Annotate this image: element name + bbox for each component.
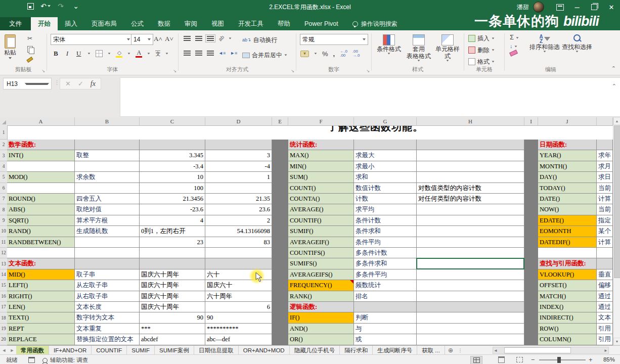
- cell-K10[interactable]: 某个: [597, 226, 613, 237]
- cell-F2[interactable]: 统计函数:: [288, 140, 354, 150]
- cell-B11[interactable]: [75, 237, 140, 248]
- cell-F5[interactable]: SUM(): [288, 172, 354, 183]
- cell-F17[interactable]: 逻辑函数:: [288, 302, 354, 312]
- insert-function-icon[interactable]: fx: [91, 80, 96, 88]
- percent-style-icon[interactable]: %: [322, 50, 328, 58]
- row-header-20[interactable]: 20: [0, 334, 8, 345]
- cell-C19[interactable]: ***: [140, 324, 205, 334]
- row-header-14[interactable]: 14: [0, 269, 8, 280]
- cell-F20[interactable]: OR(): [288, 334, 354, 345]
- cell-H12[interactable]: [417, 248, 524, 258]
- cell-F4[interactable]: MIN(): [288, 161, 354, 172]
- cell-A16[interactable]: RIGHT(): [7, 291, 75, 302]
- cell-K4[interactable]: 求月: [597, 161, 613, 172]
- column-header-J[interactable]: J: [538, 117, 597, 126]
- cell-F15[interactable]: FREQUENCY(): [288, 280, 354, 291]
- cell-G19[interactable]: 与: [354, 324, 417, 334]
- fill-color-icon[interactable]: ◇: [116, 50, 122, 58]
- cell-J6[interactable]: TODAY(): [538, 183, 597, 194]
- select-all-button[interactable]: [0, 117, 8, 126]
- align-top-icon[interactable]: [184, 36, 191, 41]
- increase-decimal-icon[interactable]: ←.0.00: [340, 50, 347, 58]
- cell-D13[interactable]: [205, 258, 272, 269]
- cell-D18[interactable]: 90: [205, 312, 272, 323]
- cell-K17[interactable]: 通过: [597, 302, 613, 312]
- paste-button[interactable]: 粘贴: [4, 34, 16, 59]
- cell-K9[interactable]: 指定: [597, 215, 613, 226]
- sheet-tab-生成间断序号[interactable]: 生成间断序号: [373, 346, 417, 355]
- cell-B14[interactable]: 取子串: [75, 269, 140, 280]
- cell-C12[interactable]: [140, 248, 205, 258]
- cell-F18[interactable]: IF(): [288, 312, 354, 323]
- format-as-table-button[interactable]: 套用 表格格式: [404, 34, 433, 62]
- shrink-font-icon[interactable]: A˅: [163, 35, 175, 43]
- align-right-icon[interactable]: [207, 51, 214, 56]
- vertical-scroll-thumb[interactable]: [614, 125, 620, 278]
- cell-G6[interactable]: 数值计数: [354, 183, 417, 194]
- minimize-icon[interactable]: ─: [568, 0, 586, 14]
- cell-F16[interactable]: RANK(): [288, 291, 354, 302]
- cell-C9[interactable]: 4: [140, 215, 205, 226]
- cell-F13[interactable]: SUMIFS(): [288, 258, 354, 269]
- zoom-level[interactable]: 85%: [603, 356, 615, 362]
- accounting-format-icon[interactable]: ¥: [300, 51, 309, 57]
- cell-A13[interactable]: 文本函数:: [7, 258, 75, 269]
- row-header-9[interactable]: 9: [0, 215, 8, 226]
- sheet-tab-OR+AND+MOD[interactable]: OR+AND+MOD: [239, 346, 290, 355]
- cell-J4[interactable]: MONTH(): [538, 161, 597, 172]
- cell-H18[interactable]: [417, 312, 524, 323]
- cell-K15[interactable]: 偏移: [597, 280, 613, 291]
- align-middle-icon[interactable]: [195, 36, 202, 41]
- cell-B12[interactable]: [75, 248, 140, 258]
- name-box[interactable]: H13: [3, 78, 52, 89]
- cell-A15[interactable]: LEFT(): [7, 280, 75, 291]
- cell-A2[interactable]: 数学函数:: [7, 140, 75, 150]
- font-size-select[interactable]: 14: [131, 34, 153, 45]
- cell-C11[interactable]: 23: [140, 237, 205, 248]
- cell-B8[interactable]: 取绝对值: [75, 204, 140, 215]
- cell-B20[interactable]: 替换指定位置的文本: [75, 334, 140, 345]
- increase-indent-icon[interactable]: ►≡: [230, 51, 237, 56]
- page-break-view-icon[interactable]: [514, 356, 525, 363]
- clear-icon[interactable]: [509, 50, 518, 57]
- column-header-G[interactable]: G: [354, 117, 417, 126]
- cell-K11[interactable]: 计算: [597, 237, 613, 248]
- cell-C14[interactable]: 国庆六十周年: [140, 269, 205, 280]
- row-header-7[interactable]: 7: [0, 194, 8, 204]
- row-header-16[interactable]: 16: [0, 291, 8, 302]
- cell-B16[interactable]: 从右取子串: [75, 291, 140, 302]
- cell-F9[interactable]: COUNTIF(): [288, 215, 354, 226]
- name-box-splitter[interactable]: ⋮: [54, 79, 60, 86]
- number-format-select[interactable]: 常规: [300, 34, 368, 45]
- cell-C6[interactable]: 100: [140, 183, 205, 194]
- cell-G16[interactable]: 排名: [354, 291, 417, 302]
- cell-C17[interactable]: 国庆六十周年: [140, 302, 205, 312]
- cell-A14[interactable]: MID(): [7, 269, 75, 280]
- restore-icon[interactable]: [586, 0, 603, 14]
- ribbon-tab-Power Pivot[interactable]: Power Pivot: [297, 17, 345, 30]
- accessibility-status[interactable]: 辅助功能: 调查: [42, 356, 88, 364]
- cell-C5[interactable]: 10: [140, 172, 205, 183]
- number-dialog-launcher-icon[interactable]: ↘: [366, 69, 370, 73]
- font-dialog-launcher-icon[interactable]: ↘: [173, 69, 176, 73]
- close-icon[interactable]: ✕: [603, 0, 620, 14]
- autosum-icon[interactable]: Σ: [510, 33, 519, 41]
- column-header-B[interactable]: B: [75, 117, 140, 126]
- zoom-in-icon[interactable]: +: [589, 356, 593, 363]
- cell-C20[interactable]: abcdef: [140, 334, 205, 345]
- borders-icon[interactable]: [96, 50, 103, 57]
- column-header-C[interactable]: C: [140, 117, 205, 126]
- cell-K3[interactable]: 求年: [597, 150, 613, 161]
- cell-C13[interactable]: [140, 258, 205, 269]
- cell-A4[interactable]: [7, 161, 75, 172]
- cell-B6[interactable]: [75, 183, 140, 194]
- row-header-4[interactable]: 4: [0, 161, 8, 172]
- insert-cells-button[interactable]: 插入: [468, 34, 495, 43]
- ribbon-tab-插入[interactable]: 插入: [58, 17, 84, 30]
- cell-G20[interactable]: 或: [354, 334, 417, 345]
- hscroll-right-icon[interactable]: ►: [603, 348, 608, 353]
- sheet-tab-日期信息提取[interactable]: 日期信息提取: [194, 346, 239, 355]
- cell-D19[interactable]: **********: [205, 324, 272, 334]
- cell-H14[interactable]: [417, 269, 524, 280]
- cell-A7[interactable]: ROUND(): [7, 194, 75, 204]
